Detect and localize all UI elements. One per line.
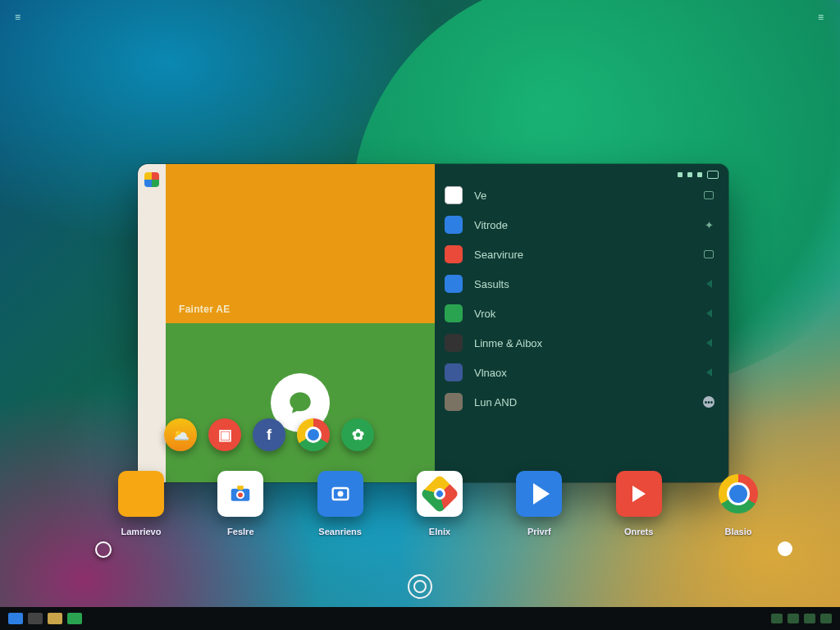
- browser-icon: [445, 186, 463, 204]
- dock-item-privrf[interactable]: Privrf: [496, 471, 582, 536]
- dock-item-onrets[interactable]: Onrets: [596, 471, 682, 536]
- quick-launch-row: ⛅▣f✿: [164, 418, 374, 451]
- launcher-item-3[interactable]: Sasults: [445, 269, 715, 299]
- svg-point-2: [238, 492, 243, 497]
- launcher-item-chevron-icon: [702, 336, 715, 349]
- launcher-item-6[interactable]: Vlnaox: [445, 358, 715, 387]
- launcher-item-chevron-icon: [702, 277, 715, 290]
- chrome-app-icon: [715, 471, 761, 517]
- dock-item-seanriens[interactable]: Seanriens: [298, 471, 383, 536]
- net-icon[interactable]: [771, 614, 783, 623]
- launcher-item-4[interactable]: Vrok: [445, 299, 715, 328]
- launcher-status-tray: [678, 171, 719, 179]
- home-button[interactable]: [408, 574, 432, 599]
- launcher-item-chevron-icon: [702, 189, 715, 202]
- dock-item-elnix[interactable]: Elnix: [397, 471, 482, 536]
- svg-point-5: [337, 491, 343, 497]
- launcher-item-label: Sasults: [474, 278, 509, 290]
- launcher-item-chevron-icon: [702, 307, 715, 320]
- search-icon[interactable]: [28, 613, 43, 624]
- launcher-item-label: Ve: [474, 189, 486, 202]
- launcher-item-2[interactable]: Searvirure: [445, 240, 715, 269]
- launcher-item-label: Vrok: [474, 308, 495, 320]
- batt-icon[interactable]: [804, 614, 815, 623]
- doc-icon: [445, 216, 463, 234]
- launcher-item-0[interactable]: Ve: [445, 180, 715, 210]
- tile-caption: Fainter AE: [179, 304, 231, 315]
- dock-item-label: Feslre: [227, 527, 253, 536]
- chat-icon: [445, 304, 463, 322]
- app-dock: LamrievoFeslreSeanriensElnixPrivrfOnrets…: [98, 471, 781, 536]
- launcher-item-chevron-icon: [702, 366, 715, 379]
- launcher-item-label: Vitrode: [474, 219, 508, 231]
- battery-icon: [707, 171, 719, 179]
- folder-icon: [445, 334, 463, 352]
- dock-item-label: Seanriens: [318, 527, 362, 536]
- launcher-item-1[interactable]: Vitrode✦: [445, 210, 715, 240]
- dock-item-label: Privrf: [527, 527, 551, 536]
- dock-item-label: Lamrievo: [121, 527, 162, 536]
- facebook-icon[interactable]: f: [253, 418, 285, 451]
- dock-item-feslre[interactable]: Feslre: [198, 471, 283, 536]
- launcher-item-chevron-icon: ✦: [702, 218, 715, 231]
- launcher-item-5[interactable]: Linme & Aibox: [445, 328, 715, 358]
- dock-item-label: Onrets: [624, 527, 653, 536]
- folder-icon[interactable]: [48, 613, 62, 624]
- system-taskbar[interactable]: [0, 607, 840, 630]
- dock-item-label: Blasio: [724, 527, 751, 536]
- launcher-item-label: Linme & Aibox: [474, 337, 542, 349]
- launcher-item-label: Lun AND: [474, 396, 517, 409]
- launcher-item-7[interactable]: Lun AND•••: [445, 387, 715, 417]
- start-button[interactable]: [8, 613, 23, 624]
- dock-item-lamrievo[interactable]: Lamrievo: [98, 471, 184, 536]
- vol-icon[interactable]: [788, 614, 799, 623]
- app-icon[interactable]: [67, 613, 82, 624]
- launcher-logo-icon[interactable]: [144, 172, 159, 187]
- launcher-item-label: Searvirure: [474, 249, 523, 261]
- launcher-item-chevron-icon: [702, 248, 715, 261]
- nav-back-circle[interactable]: [95, 541, 112, 558]
- launcher-app-list: VeVitrode✦SearvirureSasultsVrokLinme & A…: [435, 164, 728, 482]
- desktop-wallpaper: ≡ ≡ Fainter AE VeVitrode✦SearvirureSasul…: [0, 0, 840, 630]
- launcher-sidebar-strip: [138, 164, 166, 482]
- dock-item-blasio[interactable]: Blasio: [696, 471, 781, 536]
- top-right-marker: ≡: [818, 11, 825, 23]
- launcher-tile-chat[interactable]: [166, 323, 435, 482]
- dock-item-label: Elnix: [429, 527, 450, 536]
- launcher-tile-featured[interactable]: Fainter AE: [166, 164, 435, 323]
- camera-icon: [217, 471, 263, 517]
- mail-icon: [445, 245, 463, 263]
- system-tray[interactable]: [771, 614, 832, 623]
- social-icon: [445, 363, 463, 381]
- svg-rect-3: [238, 486, 244, 490]
- search-icon: [445, 275, 463, 293]
- video-icon[interactable]: ▣: [208, 418, 241, 451]
- video-app-icon: [317, 471, 363, 517]
- text-icon: [445, 393, 463, 411]
- nav-recent-dot[interactable]: [778, 541, 792, 556]
- leaf-icon[interactable]: ✿: [341, 418, 374, 451]
- clock-icon[interactable]: [820, 614, 832, 623]
- youtube-icon: [616, 471, 662, 517]
- weather-icon[interactable]: ⛅: [164, 418, 197, 451]
- top-left-marker: ≡: [15, 11, 22, 23]
- launcher-item-label: Vlnaox: [474, 367, 507, 379]
- launcher-item-chevron-icon: •••: [702, 395, 715, 409]
- diamond-icon: [417, 471, 463, 517]
- chrome-icon[interactable]: [297, 418, 330, 451]
- play-icon: [516, 471, 562, 517]
- windows-tile-icon: [118, 471, 164, 517]
